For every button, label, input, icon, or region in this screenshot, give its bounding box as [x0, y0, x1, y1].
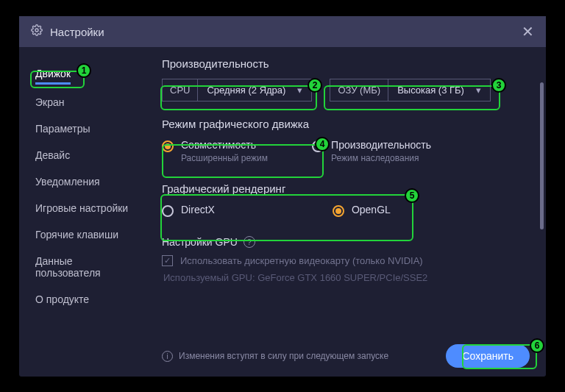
info-icon: i	[162, 351, 173, 362]
radio-directx[interactable]: DirectX	[162, 204, 215, 217]
radio-compatibility[interactable]: Совместимость Расширенный режим	[162, 139, 268, 163]
gpu-title: Настройки GPU ?	[162, 236, 530, 248]
help-icon[interactable]: ?	[244, 236, 255, 248]
gpu-discrete-checkbox[interactable]: ✓ Использовать дискретную видеокарту (то…	[162, 255, 530, 266]
close-icon[interactable]: ✕	[522, 23, 534, 40]
save-button[interactable]: Сохранить	[446, 344, 530, 368]
sidebar-item-hotkeys[interactable]: Горячие клавиши	[19, 221, 152, 248]
radio-label: OpenGL	[352, 204, 391, 215]
titlebar: Настройки ✕	[19, 16, 546, 47]
radio-icon	[162, 140, 174, 152]
checkbox-label: Использовать дискретную видеокарту (толь…	[180, 255, 423, 266]
sidebar-item-params[interactable]: Параметры	[19, 115, 152, 142]
sidebar-item-notifications[interactable]: Уведомления	[19, 168, 152, 195]
gpu-used-text: Используемый GPU: GeForce GTX 1660 SUPER…	[162, 272, 530, 283]
checkbox-icon: ✓	[162, 255, 173, 266]
chevron-down-icon: ▾	[297, 85, 302, 96]
svg-point-0	[35, 29, 38, 32]
sidebar-item-screen[interactable]: Экран	[19, 89, 152, 115]
rendering-title: Графический рендеринг	[162, 182, 530, 195]
radio-icon	[333, 205, 344, 217]
radio-sublabel: Расширенный режим	[181, 153, 268, 163]
radio-label: Совместимость	[181, 139, 268, 151]
scrollbar-thumb[interactable]	[540, 82, 544, 229]
restart-notice: i Изменения вступят в силу при следующем…	[162, 351, 388, 362]
cpu-selector[interactable]: CPU Средняя (2 Ядра) ▾	[162, 79, 312, 101]
ram-selector[interactable]: ОЗУ (МБ) Высокая (3 ГБ) ▾	[330, 79, 491, 101]
sidebar-item-device[interactable]: Девайс	[19, 142, 152, 168]
settings-window: Настройки ✕ Движок Экран Параметры Девай…	[19, 16, 546, 377]
radio-performance[interactable]: Производительность Режим наследования	[312, 139, 431, 163]
cpu-value: Средняя (2 Ядра)	[207, 85, 285, 96]
engine-mode-title: Режим графического движка	[162, 118, 530, 130]
radio-icon	[312, 140, 324, 152]
radio-sublabel: Режим наследования	[331, 153, 431, 163]
radio-icon	[162, 205, 174, 217]
gear-icon	[31, 24, 43, 39]
ram-value: Высокая (3 ГБ)	[397, 85, 464, 96]
perf-title: Производительность	[162, 57, 530, 70]
radio-label: Производительность	[331, 139, 431, 151]
ram-label: ОЗУ (МБ)	[330, 79, 388, 101]
sidebar-item-game-settings[interactable]: Игровые настройки	[19, 195, 152, 221]
sidebar-item-about[interactable]: О продукте	[19, 286, 152, 313]
radio-opengl[interactable]: OpenGL	[333, 204, 391, 217]
content-panel: Производительность CPU Средняя (2 Ядра) …	[152, 47, 546, 377]
chevron-down-icon: ▾	[476, 85, 481, 96]
cpu-label: CPU	[162, 79, 197, 101]
sidebar-item-engine[interactable]: Движок	[35, 68, 71, 85]
sidebar: Движок Экран Параметры Девайс Уведомлени…	[19, 47, 152, 377]
sidebar-item-user-data[interactable]: Данные пользователя	[19, 248, 152, 286]
radio-label: DirectX	[181, 204, 215, 215]
title-text: Настройки	[50, 26, 522, 38]
